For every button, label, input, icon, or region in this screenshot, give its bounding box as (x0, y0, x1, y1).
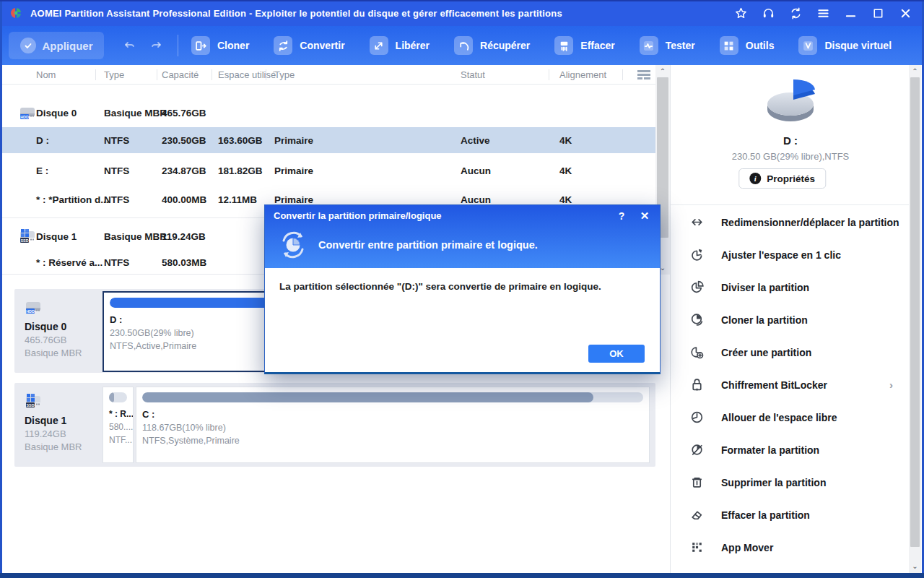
svg-text:HDD: HDD (26, 309, 35, 314)
scroll-down-icon[interactable]: ⌄ (909, 560, 921, 571)
free-space-icon (370, 36, 388, 55)
ssd-icon: SSD (19, 228, 36, 244)
partition-pie-chart (671, 74, 910, 131)
disk-size: 465.76GB (25, 335, 103, 345)
disk-panel-disque-1[interactable]: SSD Disque 1 119.24GB Basique MBR * : R.… (14, 383, 655, 467)
delete-partition-icon (689, 475, 705, 490)
toolbar-button-r-cup-rer[interactable]: Récupérer (454, 36, 530, 55)
sidebar-item-redimensionner-d-placer-la-partition[interactable]: Redimensionner/déplacer la partition (671, 206, 910, 238)
toolbar-button-convertir[interactable]: Convertir (274, 36, 344, 55)
main-toolbar: Appliquer Cloner Convertir Libérer Récup… (0, 26, 924, 65)
column-header-type-1[interactable]: Type (104, 65, 124, 85)
update-sync-icon[interactable] (787, 4, 804, 22)
split-partition-icon (689, 280, 705, 295)
window-title: AOMEI Partition Assistant Professional E… (30, 8, 562, 19)
sidebar-item-ajuster-l-espace-en-1-clic[interactable]: Ajuster l'espace en 1 clic (671, 238, 910, 271)
column-header-espace-utilis-3[interactable]: Espace utilisé (218, 65, 276, 85)
toolbar-button-tester[interactable]: Tester (640, 36, 695, 55)
chevron-right-icon: › (889, 379, 893, 391)
sidebar-item-app-mover[interactable]: App Mover (671, 531, 910, 564)
minimize-icon[interactable] (842, 4, 859, 22)
sidebar-item-diviser-la-partition[interactable]: Diviser la partition (671, 271, 910, 303)
titlebar: AOMEI Partition Assistant Professional E… (0, 0, 924, 26)
column-header-type-4[interactable]: Type (274, 65, 295, 85)
window-border (0, 573, 924, 578)
test-icon (640, 36, 658, 55)
usage-bar (142, 392, 643, 402)
toolbar-button-cloner[interactable]: Cloner (191, 36, 249, 55)
dialog-title: Convertir la partition primaire/logique (274, 210, 442, 221)
convert-pie-icon (278, 230, 308, 260)
sidebar-item-formater-la-partition[interactable]: Formater la partition (671, 434, 910, 466)
column-header-nom-0[interactable]: Nom (36, 65, 56, 85)
column-header-alignement-6[interactable]: Alignement (559, 65, 606, 85)
convert-partition-dialog: Convertir la partition primaire/logique … (264, 204, 661, 374)
toolbar-button-effacer[interactable]: Effacer (554, 36, 614, 55)
sidebar-scrollbar-thumb[interactable] (910, 77, 920, 547)
adjust-space-icon (689, 247, 705, 262)
scroll-up-icon[interactable]: ⌃ (655, 65, 670, 77)
format-partition-icon (689, 442, 705, 457)
undo-icon[interactable] (123, 38, 137, 53)
support-headset-icon[interactable] (759, 4, 777, 22)
maximize-icon[interactable] (869, 4, 886, 22)
column-divider (212, 69, 212, 80)
wipe-icon (554, 36, 573, 55)
sidebar-scrollbar[interactable]: ⌃ ⌄ (909, 65, 921, 573)
dialog-close-icon[interactable]: ✕ (637, 208, 653, 224)
close-icon[interactable] (897, 4, 914, 22)
ssd-icon: SSD (25, 399, 42, 411)
scroll-up-icon[interactable]: ⌃ (909, 65, 921, 77)
column-divider (549, 69, 549, 80)
titlebar-actions (732, 4, 924, 22)
table-row-e[interactable]: E : NTFS 234.87GB 181.82GB Primaire Aucu… (0, 156, 655, 185)
table-row-d[interactable]: D : NTFS 230.50GB 163.60GB Primaire Acti… (0, 127, 655, 153)
properties-button[interactable]: i Propriétés (738, 168, 826, 189)
column-divider (266, 69, 266, 80)
hdd-icon: HDD (25, 305, 42, 317)
sidebar-disk-info: 230.50 GB(29% libre),NTFS (671, 151, 910, 162)
sidebar-item-allouer-de-l-espace-libre[interactable]: Allouer de l'espace libre (671, 401, 910, 434)
column-divider (157, 69, 157, 80)
sidebar-item-effacer-la-partition[interactable]: Effacer la partition (671, 499, 910, 531)
partition-block-c[interactable]: C : 118.67GB(10% libre) NTFS,Système,Pri… (136, 387, 650, 463)
tools-icon (720, 36, 738, 55)
window-border (0, 0, 2, 578)
column-header-statut-5[interactable]: Statut (461, 65, 485, 85)
disk-scheme: Basique MBR (25, 348, 103, 358)
apply-label: Appliquer (43, 40, 93, 52)
apply-button[interactable]: Appliquer (9, 32, 104, 59)
toolbar-button-outils[interactable]: Outils (720, 36, 775, 55)
table-row-disque-0[interactable]: HDD Disque 0 Basique MBR 465.76GB (0, 98, 655, 127)
dialog-header: Convertir la partition primaire/logique … (265, 205, 660, 268)
favorite-star-icon[interactable] (732, 4, 749, 22)
toolbar-separator (178, 35, 178, 56)
svg-text:HDD: HDD (20, 115, 29, 119)
erase-partition-icon (689, 507, 705, 522)
sidebar-item-cloner-la-partition[interactable]: Cloner la partition (671, 303, 910, 336)
sidebar-item-chiffrement-bitlocker[interactable]: Chiffrement BitLocker › (671, 368, 910, 401)
toolbar-button-disque-virtuel[interactable]: Disque virtuel (798, 36, 892, 55)
toolbar-buttons: Cloner Convertir Libérer Récupérer Effac… (191, 36, 892, 55)
virtual-disk-icon (798, 36, 817, 55)
redo-icon[interactable] (149, 38, 163, 53)
partition-block-r[interactable]: * : R... 580.... NTF... (103, 387, 134, 463)
disk-name: Disque 1 (25, 415, 103, 426)
sidebar-divider (671, 204, 910, 205)
convert-icon (274, 36, 292, 55)
dialog-help-button[interactable]: ? (614, 208, 629, 224)
toolbar-button-lib-rer[interactable]: Libérer (370, 36, 430, 55)
info-icon: i (749, 173, 761, 184)
sidebar-item-supprimer-la-partition[interactable]: Supprimer la partition (671, 466, 910, 499)
svg-text:SSD: SSD (20, 238, 28, 243)
window-border (0, 0, 924, 1)
sidebar-item-cr-er-une-partition[interactable]: Créer une partition (671, 336, 910, 368)
menu-icon[interactable] (814, 4, 832, 22)
column-settings-icon[interactable] (637, 69, 651, 80)
usage-bar (109, 392, 127, 402)
ok-button[interactable]: OK (588, 345, 645, 363)
hdd-icon: HDD (19, 105, 36, 121)
disk-scheme: Basique MBR (25, 441, 103, 452)
column-header-capacit-2[interactable]: Capacité (162, 65, 199, 85)
clone-icon (191, 36, 210, 55)
